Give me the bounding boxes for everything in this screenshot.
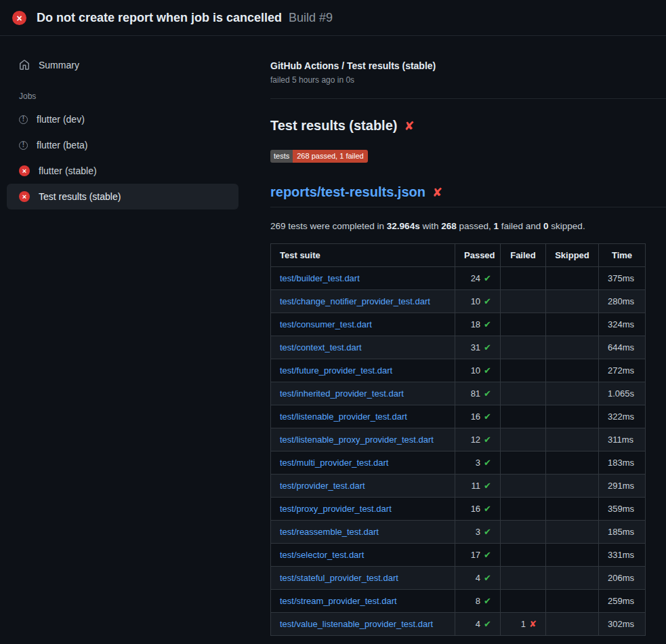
- table-row: test/selector_test.dart17✔331ms: [271, 544, 646, 567]
- summary-duration: 32.964s: [387, 221, 420, 231]
- test-suite-link[interactable]: test/listenable_provider_test.dart: [280, 411, 407, 422]
- check-title: Test results (stable) ✘: [270, 118, 666, 134]
- run-title: Do not create report when job is cancell…: [37, 11, 282, 24]
- x-circle-icon: ×: [19, 191, 30, 202]
- passed-cell-count: 3: [476, 458, 480, 468]
- skipped-cell: [546, 451, 599, 475]
- summary-line: 269 tests were completed in 32.964s with…: [270, 221, 666, 231]
- table-row: test/proxy_provider_test.dart16✔359ms: [271, 498, 646, 521]
- table-row: test/listenable_provider_test.dart16✔322…: [271, 405, 646, 428]
- sidebar-item-flutter-dev[interactable]: !flutter (dev): [7, 106, 238, 132]
- passed-cell: 16✔: [455, 405, 501, 428]
- test-suite-link[interactable]: test/multi_provider_test.dart: [280, 458, 388, 468]
- suite-cell: test/proxy_provider_test.dart: [271, 498, 455, 521]
- check-icon: ✔: [484, 458, 491, 468]
- header-time: Time: [599, 244, 646, 267]
- suite-cell: test/change_notifier_provider_test.dart: [271, 290, 455, 313]
- report-heading: reports/test-results.json ✘: [270, 184, 666, 207]
- failed-cell: [501, 405, 546, 428]
- test-suite-link[interactable]: test/listenable_proxy_provider_test.dart: [280, 435, 434, 445]
- skipped-cell: [546, 544, 599, 567]
- check-icon: ✔: [484, 573, 491, 583]
- test-suite-link[interactable]: test/proxy_provider_test.dart: [280, 504, 392, 514]
- failed-cell: [501, 290, 546, 313]
- suite-cell: test/value_listenable_provider_test.dart: [271, 613, 455, 636]
- jobs-section-heading: Jobs: [7, 78, 238, 106]
- table-row: test/context_test.dart31✔644ms: [271, 336, 646, 359]
- time-cell: 324ms: [599, 313, 646, 336]
- test-suite-link[interactable]: test/consumer_test.dart: [280, 319, 372, 329]
- time-cell: 280ms: [599, 290, 646, 313]
- sidebar-item-summary[interactable]: Summary: [7, 52, 238, 78]
- x-circle-icon: ×: [12, 11, 26, 25]
- test-suite-link[interactable]: test/stateful_provider_test.dart: [280, 573, 398, 583]
- header-skipped: Skipped: [546, 244, 599, 267]
- skipped-cell: [546, 382, 599, 405]
- home-icon: [19, 60, 30, 71]
- passed-cell: 18✔: [455, 313, 501, 336]
- passed-cell: 8✔: [455, 590, 501, 613]
- passed-cell: 10✔: [455, 290, 501, 313]
- passed-cell-count: 8: [476, 596, 480, 606]
- passed-cell-count: 31: [471, 342, 480, 353]
- passed-cell: 16✔: [455, 498, 501, 521]
- passed-cell: 12✔: [455, 428, 501, 451]
- sidebar-item-flutter-beta[interactable]: !flutter (beta): [7, 132, 238, 158]
- sidebar-item-label: Test results (stable): [39, 191, 121, 202]
- failed-cell: [501, 475, 546, 498]
- skipped-cell: [546, 290, 599, 313]
- time-cell: 1.065s: [599, 382, 646, 405]
- test-suite-link[interactable]: test/stream_provider_test.dart: [280, 596, 397, 606]
- table-header-row: Test suite Passed Failed Skipped Time: [271, 244, 646, 267]
- failed-cell: [501, 567, 546, 590]
- passed-cell: 3✔: [455, 451, 501, 475]
- passed-cell: 3✔: [455, 521, 501, 544]
- header-passed: Passed: [455, 244, 501, 267]
- test-suite-link[interactable]: test/selector_test.dart: [280, 550, 364, 560]
- x-mark-icon: ✘: [529, 619, 537, 629]
- passed-cell-count: 12: [471, 435, 480, 445]
- test-suite-link[interactable]: test/builder_test.dart: [280, 273, 360, 283]
- summary-text: skipped.: [549, 221, 585, 231]
- check-icon: ✔: [484, 504, 491, 514]
- test-suite-link[interactable]: test/reassemble_test.dart: [280, 527, 379, 537]
- check-icon: ✔: [484, 365, 491, 376]
- skipped-cell: [546, 498, 599, 521]
- test-suite-link[interactable]: test/context_test.dart: [280, 342, 362, 353]
- main-content: GitHub Actions / Test results (stable) f…: [254, 36, 666, 644]
- test-suite-link[interactable]: test/future_provider_test.dart: [280, 365, 392, 376]
- failed-cell: [501, 313, 546, 336]
- sidebar: Summary Jobs !flutter (dev)!flutter (bet…: [0, 36, 254, 209]
- summary-text: with: [420, 221, 442, 231]
- table-row: test/consumer_test.dart18✔324ms: [271, 313, 646, 336]
- skipped-cell: [546, 590, 599, 613]
- suite-cell: test/provider_test.dart: [271, 475, 455, 498]
- suite-cell: test/listenable_provider_test.dart: [271, 405, 455, 428]
- suite-cell: test/stream_provider_test.dart: [271, 590, 455, 613]
- report-file-link[interactable]: reports/test-results.json: [270, 184, 425, 200]
- sidebar-item-flutter-stable[interactable]: ×flutter (stable): [7, 158, 238, 184]
- sidebar-item-test-results-stable[interactable]: ×Test results (stable): [7, 184, 238, 209]
- summary-failed-count: 1: [494, 221, 499, 231]
- table-row: test/reassemble_test.dart3✔185ms: [271, 521, 646, 544]
- x-circle-icon: ×: [19, 165, 30, 176]
- test-suite-link[interactable]: test/change_notifier_provider_test.dart: [280, 296, 430, 306]
- passed-cell-count: 10: [471, 365, 480, 376]
- passed-cell: 81✔: [455, 382, 501, 405]
- time-cell: 331ms: [599, 544, 646, 567]
- check-icon: ✔: [484, 319, 491, 329]
- table-row: test/stateful_provider_test.dart4✔206ms: [271, 567, 646, 590]
- check-icon: ✔: [484, 296, 491, 306]
- passed-cell: 4✔: [455, 613, 501, 636]
- time-cell: 302ms: [599, 613, 646, 636]
- divider: [270, 98, 666, 99]
- passed-cell-count: 24: [471, 273, 480, 283]
- failed-cell: [501, 544, 546, 567]
- table-row: test/inherited_provider_test.dart81✔1.06…: [271, 382, 646, 405]
- test-suite-link[interactable]: test/inherited_provider_test.dart: [280, 388, 404, 399]
- test-suite-link[interactable]: test/value_listenable_provider_test.dart: [280, 619, 433, 629]
- test-suite-link[interactable]: test/provider_test.dart: [280, 481, 365, 491]
- time-cell: 291ms: [599, 475, 646, 498]
- failed-cell-count: 1: [521, 619, 526, 629]
- skipped-cell: [546, 475, 599, 498]
